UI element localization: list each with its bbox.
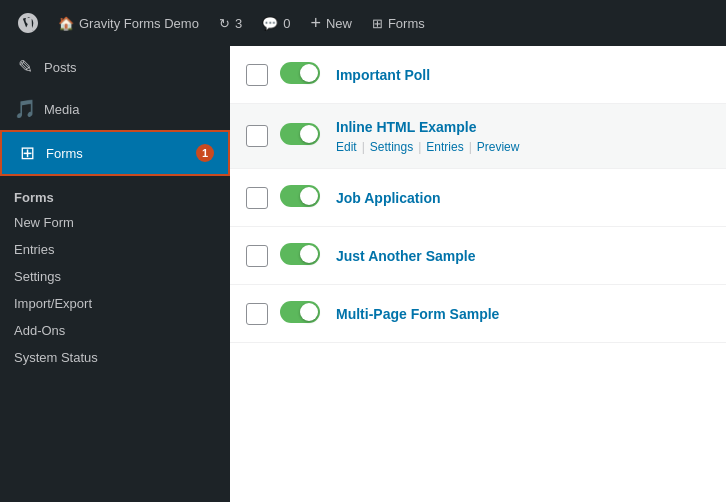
form-action-preview[interactable]: Preview (477, 140, 520, 154)
table-row: Important Poll (230, 46, 726, 104)
form-checkbox[interactable] (246, 245, 268, 267)
admin-bar-new[interactable]: + New (300, 0, 362, 46)
forms-grid-icon: ⊞ (372, 16, 383, 31)
form-title[interactable]: Important Poll (336, 67, 430, 83)
form-toggle[interactable] (280, 185, 320, 211)
site-name: Gravity Forms Demo (79, 16, 199, 31)
form-toggle[interactable] (280, 62, 320, 88)
comments-icon: 💬 (262, 16, 278, 31)
submenu-heading: Forms (0, 180, 230, 209)
sidebar-item-posts[interactable]: ✎ Posts (0, 46, 230, 88)
form-info: Multi-Page Form Sample (336, 305, 710, 323)
action-separator: | (418, 140, 421, 154)
sidebar-subitem-system-status[interactable]: System Status (0, 344, 230, 371)
table-row: Multi-Page Form Sample (230, 285, 726, 343)
form-title[interactable]: Just Another Sample (336, 248, 476, 264)
sidebar-submenu-forms: Forms New Form Entries Settings Import/E… (0, 176, 230, 375)
form-info: Just Another Sample (336, 247, 710, 265)
plus-icon: + (310, 13, 321, 34)
posts-icon: ✎ (14, 56, 36, 78)
action-separator: | (469, 140, 472, 154)
form-toggle[interactable] (280, 123, 320, 149)
new-label: New (326, 16, 352, 31)
form-info: Important Poll (336, 66, 710, 84)
admin-bar-forms[interactable]: ⊞ Forms (362, 0, 435, 46)
media-icon: 🎵 (14, 98, 36, 120)
form-action-settings[interactable]: Settings (370, 140, 413, 154)
table-row: Just Another Sample (230, 227, 726, 285)
forms-label: Forms (388, 16, 425, 31)
sidebar-posts-label: Posts (44, 60, 216, 75)
action-separator: | (362, 140, 365, 154)
sidebar-item-media[interactable]: 🎵 Media (0, 88, 230, 130)
sidebar-subitem-new-form[interactable]: New Form (0, 209, 230, 236)
updates-icon: ↻ (219, 16, 230, 31)
admin-bar-site[interactable]: 🏠 Gravity Forms Demo (48, 0, 209, 46)
sidebar-media-label: Media (44, 102, 216, 117)
form-actions: Edit|Settings|Entries|Preview (336, 140, 710, 154)
sidebar-item-forms[interactable]: ⊞ Forms 1 (0, 130, 230, 176)
form-action-entries[interactable]: Entries (426, 140, 463, 154)
table-row: Job Application (230, 169, 726, 227)
forms-content: Important PollInline HTML ExampleEdit|Se… (230, 46, 726, 502)
form-info: Inline HTML ExampleEdit|Settings|Entries… (336, 118, 710, 154)
form-checkbox[interactable] (246, 125, 268, 147)
updates-count: 3 (235, 16, 242, 31)
form-action-edit[interactable]: Edit (336, 140, 357, 154)
forms-badge: 1 (196, 144, 214, 162)
sidebar-subitem-import-export[interactable]: Import/Export (0, 290, 230, 317)
sidebar-subitem-settings[interactable]: Settings (0, 263, 230, 290)
admin-bar-updates[interactable]: ↻ 3 (209, 0, 252, 46)
form-checkbox[interactable] (246, 303, 268, 325)
table-row: Inline HTML ExampleEdit|Settings|Entries… (230, 104, 726, 169)
home-icon: 🏠 (58, 16, 74, 31)
form-info: Job Application (336, 189, 710, 207)
sidebar-subitem-entries[interactable]: Entries (0, 236, 230, 263)
form-title[interactable]: Multi-Page Form Sample (336, 306, 499, 322)
form-title[interactable]: Job Application (336, 190, 440, 206)
form-toggle[interactable] (280, 301, 320, 327)
sidebar-subitem-add-ons[interactable]: Add-Ons (0, 317, 230, 344)
admin-bar: 🏠 Gravity Forms Demo ↻ 3 💬 0 + New ⊞ For… (0, 0, 726, 46)
comments-count: 0 (283, 16, 290, 31)
sidebar: ✎ Posts 🎵 Media ⊞ Forms 1 Forms New Form… (0, 46, 230, 502)
admin-bar-comments[interactable]: 💬 0 (252, 0, 300, 46)
sidebar-forms-label: Forms (46, 146, 188, 161)
form-title[interactable]: Inline HTML Example (336, 119, 477, 135)
forms-icon: ⊞ (16, 142, 38, 164)
form-checkbox[interactable] (246, 64, 268, 86)
wp-logo-button[interactable] (8, 0, 48, 46)
form-checkbox[interactable] (246, 187, 268, 209)
form-toggle[interactable] (280, 243, 320, 269)
